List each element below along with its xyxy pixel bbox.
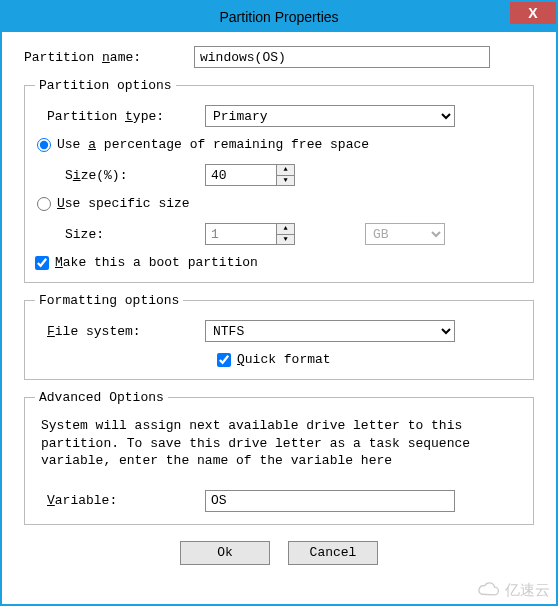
boot-partition-checkbox[interactable] bbox=[35, 256, 49, 270]
partition-type-label: Partition type: bbox=[35, 109, 205, 124]
use-specific-label: Use specific size bbox=[57, 196, 190, 211]
partition-type-select[interactable]: Primary bbox=[205, 105, 455, 127]
partition-options-group: Partition options Partition type: Primar… bbox=[24, 78, 534, 283]
quick-format-label: Quick format bbox=[237, 352, 331, 367]
use-percentage-label: Use a percentage of remaining free space bbox=[57, 137, 369, 152]
size-percent-down-icon[interactable]: ▼ bbox=[277, 176, 294, 186]
size-specific-input bbox=[206, 224, 276, 244]
dialog-buttons: Ok Cancel bbox=[24, 535, 534, 565]
use-percentage-radio[interactable] bbox=[37, 138, 51, 152]
size-percent-spinner[interactable]: ▲ ▼ bbox=[205, 164, 295, 186]
use-specific-radio-row[interactable]: Use specific size bbox=[35, 196, 523, 211]
size-unit-select: GB bbox=[365, 223, 445, 245]
use-percentage-radio-row[interactable]: Use a percentage of remaining free space bbox=[35, 137, 523, 152]
titlebar: Partition Properties X bbox=[2, 2, 556, 32]
close-button[interactable]: X bbox=[510, 2, 556, 24]
size-percent-label: Size(%): bbox=[35, 168, 205, 183]
cancel-button[interactable]: Cancel bbox=[288, 541, 378, 565]
ok-button[interactable]: Ok bbox=[180, 541, 270, 565]
dialog-content: Partition name: Partition options Partit… bbox=[2, 32, 556, 604]
window-title: Partition Properties bbox=[2, 9, 556, 25]
size-percent-input[interactable] bbox=[206, 165, 276, 185]
dialog-window: Partition Properties X Partition name: P… bbox=[0, 0, 558, 606]
partition-name-label: Partition name: bbox=[24, 50, 194, 65]
partition-options-legend: Partition options bbox=[35, 78, 176, 93]
use-specific-radio[interactable] bbox=[37, 197, 51, 211]
advanced-options-group: Advanced Options System will assign next… bbox=[24, 390, 534, 525]
boot-partition-row[interactable]: Make this a boot partition bbox=[35, 255, 523, 270]
size-specific-down-icon: ▼ bbox=[277, 235, 294, 245]
quick-format-row[interactable]: Quick format bbox=[35, 352, 523, 367]
quick-format-checkbox[interactable] bbox=[217, 353, 231, 367]
formatting-options-legend: Formatting options bbox=[35, 293, 183, 308]
size-specific-spinner: ▲ ▼ bbox=[205, 223, 295, 245]
variable-label: Variable: bbox=[35, 493, 205, 508]
advanced-options-legend: Advanced Options bbox=[35, 390, 168, 405]
file-system-label: File system: bbox=[35, 324, 205, 339]
partition-name-input[interactable] bbox=[194, 46, 490, 68]
size-specific-up-icon: ▲ bbox=[277, 224, 294, 235]
variable-input[interactable] bbox=[205, 490, 455, 512]
size-specific-label: Size: bbox=[35, 227, 205, 242]
file-system-select[interactable]: NTFS bbox=[205, 320, 455, 342]
boot-partition-label: Make this a boot partition bbox=[55, 255, 258, 270]
size-percent-up-icon[interactable]: ▲ bbox=[277, 165, 294, 176]
formatting-options-group: Formatting options File system: NTFS Qui… bbox=[24, 293, 534, 380]
advanced-options-text: System will assign next available drive … bbox=[35, 417, 523, 476]
